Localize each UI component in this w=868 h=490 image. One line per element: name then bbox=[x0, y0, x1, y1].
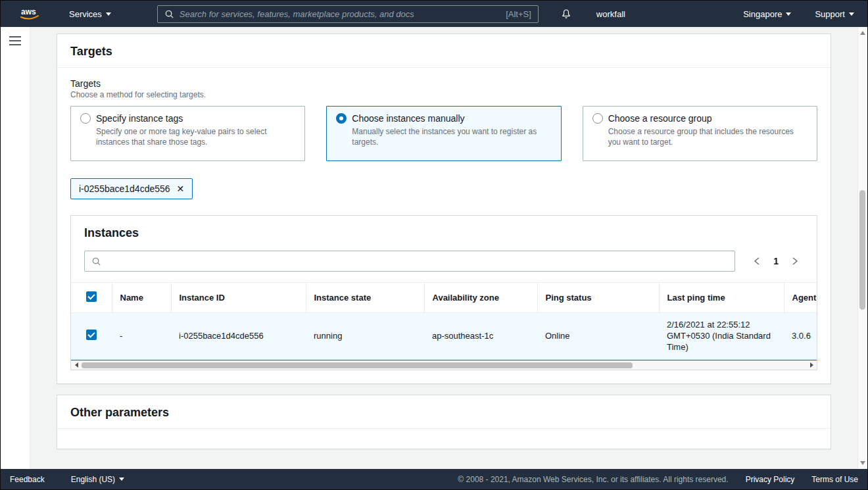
terms-of-use-link[interactable]: Terms of Use bbox=[811, 475, 858, 484]
aws-logo[interactable]: aws bbox=[18, 6, 41, 22]
option-title: Choose a resource group bbox=[608, 113, 712, 124]
scroll-down-icon[interactable] bbox=[860, 461, 865, 465]
instances-panel-title: Instances bbox=[84, 226, 804, 240]
remove-token-button[interactable]: ✕ bbox=[177, 184, 185, 194]
pagination-current-page[interactable]: 1 bbox=[773, 256, 779, 266]
support-label: Support bbox=[815, 9, 845, 19]
instances-panel: Instances bbox=[70, 215, 817, 370]
token-label: i-0255bace1d4cde556 bbox=[79, 184, 170, 194]
services-menu[interactable]: Services bbox=[69, 9, 111, 19]
triangle-left-icon bbox=[75, 362, 78, 368]
aws-console-window: aws Services [Alt+S] workfall Si bbox=[0, 0, 868, 490]
global-search-input[interactable] bbox=[180, 9, 500, 19]
main-area: Targets Targets Choose a method for sele… bbox=[1, 27, 867, 469]
radio-unselected-icon[interactable] bbox=[592, 113, 603, 124]
language-label: English (US) bbox=[71, 475, 115, 484]
search-shortcut-hint: [Alt+S] bbox=[506, 9, 531, 19]
other-parameters-card-body bbox=[57, 429, 831, 449]
table-header-row: Name Instance ID Instance state Availabi… bbox=[71, 283, 817, 313]
privacy-policy-link[interactable]: Privacy Policy bbox=[746, 475, 795, 484]
vertical-scrollbar[interactable] bbox=[857, 27, 867, 469]
caret-down-icon bbox=[106, 12, 111, 16]
targets-card-title: Targets bbox=[70, 45, 817, 59]
horizontal-scroll-thumb[interactable] bbox=[82, 362, 633, 368]
other-parameters-card-title: Other parameters bbox=[70, 406, 817, 420]
instance-table-row[interactable]: - i-0255bace1d4cde556 running ap-southea… bbox=[71, 313, 817, 360]
region-selector[interactable]: Singapore bbox=[743, 9, 791, 19]
option-description: Specify one or more tag key-value pairs … bbox=[96, 126, 295, 147]
horizontal-scroll-track[interactable] bbox=[82, 361, 806, 370]
caret-down-icon bbox=[119, 478, 124, 481]
column-header-instance-state: Instance state bbox=[306, 283, 424, 313]
language-selector[interactable]: English (US) bbox=[71, 475, 124, 484]
scroll-left-button[interactable] bbox=[71, 362, 82, 368]
scroll-right-button[interactable] bbox=[806, 362, 817, 368]
triangle-right-icon bbox=[810, 362, 813, 368]
side-menu-strip bbox=[1, 27, 30, 469]
cell-availability-zone: ap-southeast-1c bbox=[424, 313, 537, 360]
bell-icon bbox=[561, 9, 571, 19]
instances-panel-header: Instances bbox=[71, 216, 817, 244]
column-header-ping-status: Ping status bbox=[537, 283, 659, 313]
pagination-next-button[interactable] bbox=[790, 255, 800, 267]
scroll-up-icon[interactable] bbox=[860, 31, 865, 35]
radio-selected-icon[interactable] bbox=[336, 113, 347, 124]
target-method-options: Specify instance tags Specify one or mor… bbox=[70, 106, 817, 161]
selected-instance-token: i-0255bace1d4cde556 ✕ bbox=[70, 178, 193, 199]
pagination-prev-button[interactable] bbox=[752, 255, 761, 267]
cell-name: - bbox=[112, 313, 171, 360]
search-icon bbox=[91, 257, 101, 266]
top-navigation-bar: aws Services [Alt+S] workfall Si bbox=[1, 1, 867, 27]
instances-table: Name Instance ID Instance state Availabi… bbox=[71, 282, 817, 360]
instances-search-input[interactable] bbox=[107, 256, 728, 266]
instances-search bbox=[84, 251, 735, 272]
option-title: Choose instances manually bbox=[352, 113, 464, 124]
horizontal-scrollbar bbox=[71, 360, 817, 370]
other-parameters-card-header: Other parameters bbox=[57, 395, 831, 429]
hamburger-menu-icon[interactable] bbox=[9, 40, 21, 41]
svg-text:aws: aws bbox=[21, 7, 36, 16]
cell-instance-id: i-0255bace1d4cde556 bbox=[171, 313, 306, 360]
instances-table-container: Name Instance ID Instance state Availabi… bbox=[71, 282, 817, 360]
cell-agent-version: 3.0.6 bbox=[784, 313, 817, 360]
aws-logo-icon: aws bbox=[18, 6, 41, 22]
notifications-button[interactable] bbox=[561, 9, 571, 19]
services-menu-label: Services bbox=[69, 9, 102, 19]
page-content: Targets Targets Choose a method for sele… bbox=[30, 27, 857, 469]
column-header-name: Name bbox=[112, 283, 171, 313]
pagination: 1 bbox=[752, 255, 800, 267]
row-checkbox[interactable] bbox=[86, 330, 97, 340]
option-choose-instances-manually[interactable]: Choose instances manually Manually selec… bbox=[326, 106, 561, 161]
account-menu[interactable]: workfall bbox=[596, 9, 625, 19]
other-parameters-card: Other parameters bbox=[57, 395, 831, 449]
global-search: [Alt+S] bbox=[157, 5, 539, 23]
targets-card-body: Targets Choose a method for selecting ta… bbox=[57, 68, 831, 383]
region-label: Singapore bbox=[743, 9, 782, 19]
targets-field-description: Choose a method for selecting targets. bbox=[70, 90, 817, 99]
support-menu[interactable]: Support bbox=[815, 9, 854, 19]
option-description: Choose a resource group that includes th… bbox=[608, 126, 808, 147]
column-header-last-ping-time: Last ping time bbox=[659, 283, 784, 313]
cell-instance-state: running bbox=[306, 313, 424, 360]
chevron-left-icon bbox=[754, 257, 760, 266]
column-header-agent-version: Agent version bbox=[784, 283, 817, 313]
targets-card-header: Targets bbox=[57, 34, 831, 68]
cell-ping-status: Online bbox=[537, 313, 659, 360]
select-all-checkbox[interactable] bbox=[86, 291, 97, 302]
caret-down-icon bbox=[786, 12, 791, 16]
targets-field-label: Targets bbox=[70, 78, 817, 89]
targets-card: Targets Targets Choose a method for sele… bbox=[57, 34, 831, 384]
cell-last-ping-time: 2/16/2021 at 22:55:12 GMT+0530 (India St… bbox=[659, 313, 784, 360]
option-description: Manually select the instances you want t… bbox=[352, 126, 551, 147]
vertical-scroll-thumb[interactable] bbox=[859, 190, 865, 310]
account-name: workfall bbox=[596, 9, 625, 19]
copyright-text: © 2008 - 2021, Amazon Web Services, Inc.… bbox=[458, 475, 728, 484]
column-header-instance-id: Instance ID bbox=[171, 283, 306, 313]
radio-unselected-icon[interactable] bbox=[80, 113, 91, 124]
column-header-availability-zone: Availability zone bbox=[424, 283, 537, 313]
search-icon bbox=[164, 9, 174, 19]
feedback-button[interactable]: Feedback bbox=[10, 475, 45, 484]
instances-toolbar: 1 bbox=[71, 244, 817, 282]
option-specify-instance-tags[interactable]: Specify instance tags Specify one or mor… bbox=[70, 106, 305, 161]
option-choose-resource-group[interactable]: Choose a resource group Choose a resourc… bbox=[583, 106, 817, 161]
